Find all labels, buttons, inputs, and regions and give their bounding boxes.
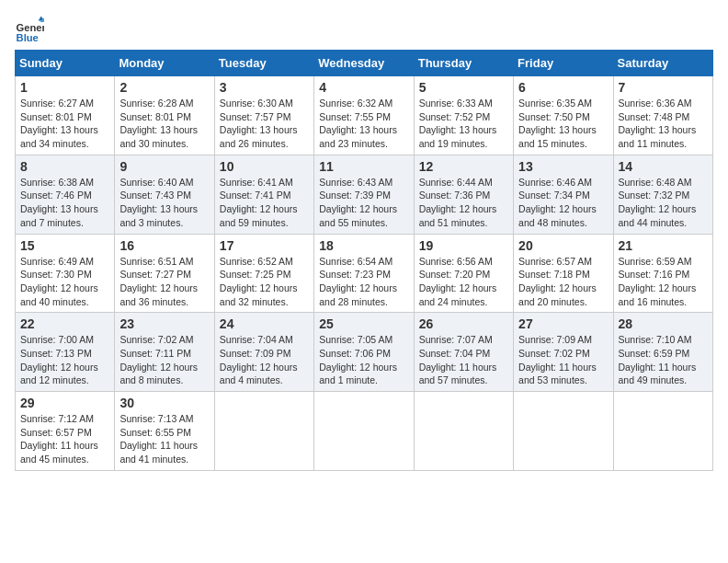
day-number: 12 [419,159,508,174]
day-number: 17 [220,238,309,253]
calendar-cell: 1Sunrise: 6:27 AMSunset: 8:01 PMDaylight… [16,76,115,155]
cell-details: Sunrise: 6:41 AMSunset: 7:41 PMDaylight:… [220,176,309,230]
day-number: 7 [619,80,708,95]
cell-details: Sunrise: 6:35 AMSunset: 7:50 PMDaylight:… [518,97,608,151]
day-number: 21 [619,238,708,253]
calendar-cell: 15Sunrise: 6:49 AMSunset: 7:30 PMDayligh… [16,234,115,313]
cell-details: Sunrise: 6:56 AMSunset: 7:20 PMDaylight:… [419,255,508,309]
calendar-cell: 10Sunrise: 6:41 AMSunset: 7:41 PMDayligh… [214,155,313,234]
cell-details: Sunrise: 6:32 AMSunset: 7:55 PMDaylight:… [319,97,408,151]
calendar-cell: 5Sunrise: 6:33 AMSunset: 7:52 PMDaylight… [414,76,513,155]
calendar-cell: 13Sunrise: 6:46 AMSunset: 7:34 PMDayligh… [514,155,613,234]
cell-details: Sunrise: 6:52 AMSunset: 7:25 PMDaylight:… [220,255,309,309]
calendar-cell: 17Sunrise: 6:52 AMSunset: 7:25 PMDayligh… [214,234,313,313]
weekday-header-monday: Monday [115,51,214,76]
calendar-cell: 4Sunrise: 6:32 AMSunset: 7:55 PMDaylight… [314,76,414,155]
cell-details: Sunrise: 6:40 AMSunset: 7:43 PMDaylight:… [119,176,209,230]
calendar-cell: 20Sunrise: 6:57 AMSunset: 7:18 PMDayligh… [514,234,613,313]
cell-details: Sunrise: 7:09 AMSunset: 7:02 PMDaylight:… [518,333,608,387]
calendar-cell: 26Sunrise: 7:07 AMSunset: 7:04 PMDayligh… [414,313,513,392]
day-number: 25 [319,316,408,331]
cell-details: Sunrise: 6:48 AMSunset: 7:32 PMDaylight:… [619,176,708,230]
cell-details: Sunrise: 7:07 AMSunset: 7:04 PMDaylight:… [419,333,508,387]
cell-details: Sunrise: 6:27 AMSunset: 8:01 PMDaylight:… [20,97,109,151]
cell-details: Sunrise: 7:12 AMSunset: 6:57 PMDaylight:… [20,412,109,466]
day-number: 5 [419,80,508,95]
cell-details: Sunrise: 6:59 AMSunset: 7:16 PMDaylight:… [619,255,708,309]
calendar-cell: 7Sunrise: 6:36 AMSunset: 7:48 PMDaylight… [613,76,712,155]
day-number: 6 [518,80,608,95]
cell-details: Sunrise: 7:05 AMSunset: 7:06 PMDaylight:… [319,333,408,387]
calendar-cell: 14Sunrise: 6:48 AMSunset: 7:32 PMDayligh… [613,155,712,234]
cell-details: Sunrise: 7:04 AMSunset: 7:09 PMDaylight:… [220,333,309,387]
day-number: 1 [20,80,109,95]
calendar-cell: 29Sunrise: 7:12 AMSunset: 6:57 PMDayligh… [16,392,115,471]
cell-details: Sunrise: 7:13 AMSunset: 6:55 PMDaylight:… [119,412,209,466]
calendar-cell: 22Sunrise: 7:00 AMSunset: 7:13 PMDayligh… [16,313,115,392]
day-number: 24 [220,316,309,331]
day-number: 10 [220,159,309,174]
day-number: 20 [518,238,608,253]
calendar-cell: 19Sunrise: 6:56 AMSunset: 7:20 PMDayligh… [414,234,513,313]
cell-details: Sunrise: 6:43 AMSunset: 7:39 PMDaylight:… [319,176,408,230]
calendar-cell: 16Sunrise: 6:51 AMSunset: 7:27 PMDayligh… [115,234,214,313]
day-number: 28 [619,316,708,331]
weekday-header-row: SundayMondayTuesdayWednesdayThursdayFrid… [16,51,713,76]
calendar-cell [314,392,414,471]
weekday-header-thursday: Thursday [414,51,513,76]
day-number: 30 [119,396,209,410]
day-number: 9 [119,159,209,174]
weekday-header-tuesday: Tuesday [214,51,313,76]
cell-details: Sunrise: 7:10 AMSunset: 6:59 PMDaylight:… [619,333,708,387]
cell-details: Sunrise: 6:57 AMSunset: 7:18 PMDaylight:… [518,255,608,309]
day-number: 18 [319,238,408,253]
calendar-cell [214,392,313,471]
cell-details: Sunrise: 6:33 AMSunset: 7:52 PMDaylight:… [419,97,508,151]
day-number: 4 [319,80,408,95]
day-number: 11 [319,159,408,174]
svg-text:General: General [17,22,44,33]
calendar-cell: 11Sunrise: 6:43 AMSunset: 7:39 PMDayligh… [314,155,414,234]
calendar-cell: 6Sunrise: 6:35 AMSunset: 7:50 PMDaylight… [514,76,613,155]
calendar-cell [414,392,513,471]
cell-details: Sunrise: 6:44 AMSunset: 7:36 PMDaylight:… [419,176,508,230]
calendar-table: SundayMondayTuesdayWednesdayThursdayFrid… [15,50,713,471]
cell-details: Sunrise: 6:28 AMSunset: 8:01 PMDaylight:… [119,97,209,151]
cell-details: Sunrise: 7:02 AMSunset: 7:11 PMDaylight:… [119,333,209,387]
calendar-cell: 25Sunrise: 7:05 AMSunset: 7:06 PMDayligh… [314,313,414,392]
calendar-cell: 3Sunrise: 6:30 AMSunset: 7:57 PMDaylight… [214,76,313,155]
day-number: 29 [20,396,109,410]
weekday-header-saturday: Saturday [613,51,712,76]
cell-details: Sunrise: 7:00 AMSunset: 7:13 PMDaylight:… [20,333,109,387]
day-number: 26 [419,316,508,331]
day-number: 3 [220,80,309,95]
cell-details: Sunrise: 6:51 AMSunset: 7:27 PMDaylight:… [119,255,209,309]
day-number: 27 [518,316,608,331]
day-number: 2 [119,80,209,95]
svg-text:Blue: Blue [17,32,39,43]
calendar-cell: 24Sunrise: 7:04 AMSunset: 7:09 PMDayligh… [214,313,313,392]
cell-details: Sunrise: 6:54 AMSunset: 7:23 PMDaylight:… [319,255,408,309]
logo: General Blue [15,15,44,44]
day-number: 19 [419,238,508,253]
day-number: 8 [20,159,109,174]
calendar-cell: 30Sunrise: 7:13 AMSunset: 6:55 PMDayligh… [115,392,214,471]
cell-details: Sunrise: 6:46 AMSunset: 7:34 PMDaylight:… [518,176,608,230]
calendar-cell: 9Sunrise: 6:40 AMSunset: 7:43 PMDaylight… [115,155,214,234]
day-number: 22 [20,316,109,331]
calendar-cell [514,392,613,471]
calendar-cell [613,392,712,471]
calendar-cell: 8Sunrise: 6:38 AMSunset: 7:46 PMDaylight… [16,155,115,234]
calendar-cell: 18Sunrise: 6:54 AMSunset: 7:23 PMDayligh… [314,234,414,313]
logo-icon: General Blue [15,15,44,44]
cell-details: Sunrise: 6:49 AMSunset: 7:30 PMDaylight:… [20,255,109,309]
calendar-cell: 23Sunrise: 7:02 AMSunset: 7:11 PMDayligh… [115,313,214,392]
cell-details: Sunrise: 6:38 AMSunset: 7:46 PMDaylight:… [20,176,109,230]
weekday-header-friday: Friday [514,51,613,76]
day-number: 14 [619,159,708,174]
cell-details: Sunrise: 6:30 AMSunset: 7:57 PMDaylight:… [220,97,309,151]
day-number: 23 [119,316,209,331]
weekday-header-sunday: Sunday [16,51,115,76]
weekday-header-wednesday: Wednesday [314,51,414,76]
day-number: 13 [518,159,608,174]
